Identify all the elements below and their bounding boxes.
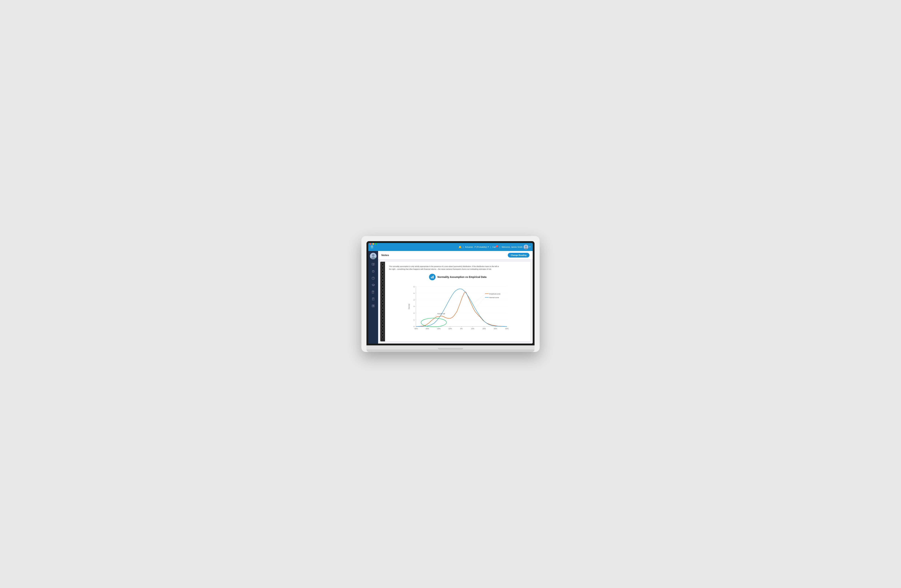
course-selector[interactable]: Actuarial - P (Probability) ▾ (465, 246, 489, 248)
content-header: Notes Change Reading (378, 251, 533, 259)
maximize-button[interactable] (375, 243, 377, 245)
normal-annotation-line (477, 297, 485, 306)
svg-text:20%: 20% (483, 328, 486, 329)
hamburger-menu[interactable]: ☰ (371, 245, 373, 249)
window-menu-icon: ≡ (530, 243, 532, 245)
sidebar-item-book[interactable] (370, 289, 376, 295)
topbar-divider2: | (490, 246, 491, 248)
binding-ring (381, 287, 384, 290)
topbar-divider: | (463, 246, 464, 248)
binding-ring (381, 336, 384, 338)
cart-button[interactable]: Cart 9 (492, 246, 498, 248)
course-chevron: ▾ (488, 246, 489, 248)
course-label: Actuarial - P (Probability) (465, 246, 487, 248)
normal-legend-label: Normal curve (489, 296, 499, 298)
binding-ring (381, 270, 384, 273)
svg-text:1: 1 (413, 319, 415, 321)
user-welcome[interactable]: Welcome, James Smith ▾ (502, 245, 530, 250)
chart-icon (429, 274, 436, 280)
svg-point-6 (372, 270, 374, 273)
notebook: The normality assumption is only strictl… (380, 262, 530, 342)
svg-text:30%: 30% (494, 328, 497, 329)
sidebar-item-graduation[interactable] (370, 282, 376, 288)
empirical-legend-label: Empirical curve (489, 293, 500, 295)
sidebar (368, 251, 378, 343)
svg-text:40%: 40% (505, 328, 508, 329)
content-area: Notes Change Reading (378, 251, 533, 343)
svg-text:Density: Density (408, 304, 410, 309)
binding-ring (381, 325, 384, 328)
topbar-divider3: | (500, 246, 500, 248)
svg-text:-20%: -20% (436, 328, 441, 329)
sidebar-item-book-open[interactable] (370, 262, 376, 267)
binding-ring (381, 329, 384, 331)
binding-ring (381, 277, 384, 279)
chart-section: Normality Assumption vs Empirical Data (389, 274, 527, 338)
svg-point-1 (525, 245, 527, 247)
binding-ring (381, 298, 384, 300)
svg-text:3: 3 (413, 306, 415, 307)
svg-text:2: 2 (413, 312, 415, 314)
binding-ring (381, 284, 384, 287)
bell-icon[interactable]: 🔔 (458, 245, 461, 248)
chart-container: 0 1 2 3 (405, 283, 511, 338)
cart-badge: 9 (496, 245, 498, 247)
sidebar-item-reading[interactable] (370, 303, 376, 309)
user-avatar (524, 245, 528, 250)
welcome-label: Welcome, James Smith (502, 246, 522, 248)
topbar-nav: 🔔 | Actuarial - P (Probability) ▾ | Cart… (458, 245, 530, 250)
svg-text:0%: 0% (460, 328, 463, 329)
screen-bezel: ≡ ☰ 🔔 | Actuarial - P (Probability) ▾ | … (366, 241, 535, 345)
binding-ring (381, 291, 384, 293)
notebook-content: The normality assumption is only strictl… (385, 262, 530, 342)
laptop-frame: ≡ ☰ 🔔 | Actuarial - P (Probability) ▾ | … (362, 236, 539, 352)
screen: ☰ 🔔 | Actuarial - P (Probability) ▾ | Ca… (368, 243, 533, 343)
online-indicator (375, 258, 376, 259)
svg-text:-40%: -40% (414, 328, 418, 329)
notebook-area: The normality assumption is only strictl… (378, 259, 533, 343)
laptop-base (366, 345, 535, 349)
svg-rect-13 (431, 277, 432, 278)
change-reading-button[interactable]: Change Reading (508, 253, 530, 257)
binding-ring (381, 312, 384, 314)
binding-ring (381, 301, 384, 304)
notebook-binding (380, 262, 385, 342)
page-title: Notes (381, 254, 389, 257)
svg-text:10%: 10% (471, 328, 474, 329)
laptop-bottom (366, 349, 535, 352)
binding-ring (381, 294, 384, 297)
svg-text:5: 5 (413, 292, 415, 294)
fat-tail-ellipse (421, 318, 446, 327)
svg-text:-30%: -30% (425, 328, 429, 329)
chart-title-row: Normality Assumption vs Empirical Data (429, 274, 486, 280)
svg-text:4: 4 (413, 299, 415, 301)
svg-text:0: 0 (413, 326, 415, 328)
notebook-paragraph: The normality assumption is only strictl… (389, 265, 502, 270)
user-chevron: ▾ (530, 246, 530, 248)
svg-rect-14 (432, 276, 433, 278)
sidebar-item-brain[interactable] (370, 268, 376, 274)
sidebar-avatar (370, 253, 376, 259)
binding-ring (381, 308, 384, 310)
binding-ring (381, 318, 384, 321)
empirical-annotation-line (474, 294, 485, 303)
binding-ring (381, 267, 384, 269)
main-layout: Notes Change Reading (368, 251, 533, 343)
cart-label: Cart (492, 246, 496, 248)
binding-ring (381, 315, 384, 318)
binding-ring (381, 305, 384, 307)
minimize-button[interactable] (372, 243, 374, 245)
binding-ring (381, 332, 384, 335)
svg-rect-15 (433, 276, 433, 278)
binding-ring (381, 281, 384, 283)
binding-ring (381, 273, 384, 276)
binding-ring (381, 263, 384, 266)
topbar: ☰ 🔔 | Actuarial - P (Probability) ▾ | Ca… (368, 243, 533, 251)
chart-svg: 0 1 2 3 (405, 283, 511, 337)
binding-ring (381, 322, 384, 324)
close-button[interactable] (369, 243, 371, 245)
chart-title: Normality Assumption vs Empirical Data (437, 276, 486, 278)
sidebar-item-clipboard[interactable] (370, 296, 376, 302)
svg-rect-9 (372, 291, 374, 293)
sidebar-item-help[interactable] (370, 275, 376, 281)
